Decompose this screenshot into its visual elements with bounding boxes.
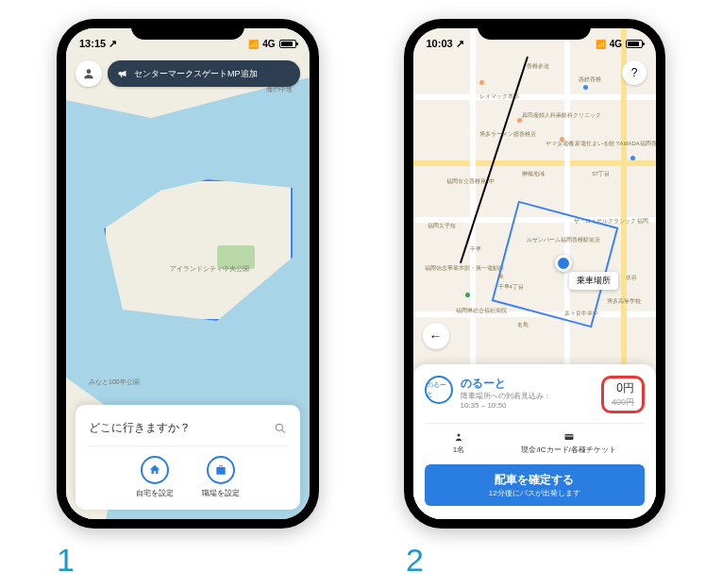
help-button[interactable]: ? bbox=[622, 60, 646, 85]
person-icon bbox=[82, 67, 95, 80]
price-current: 0円 bbox=[612, 380, 634, 396]
signal-icon bbox=[248, 39, 259, 49]
screen-2: 10:03 ↗ 4G bbox=[413, 28, 657, 519]
set-home-shortcut[interactable]: 自宅を設定 bbox=[136, 456, 174, 498]
location-arrow-icon: ↗ bbox=[456, 38, 464, 49]
briefcase-icon bbox=[214, 463, 227, 477]
status-time: 13:15 bbox=[79, 38, 106, 49]
home-shortcut-label: 自宅を設定 bbox=[136, 488, 174, 498]
announcement-pill[interactable]: センターマークスゲートMP追加 bbox=[108, 60, 300, 87]
person-icon bbox=[453, 431, 464, 443]
payment-method-label: 現金/ICカード/各種チケット bbox=[521, 445, 615, 455]
poi-label: 香椎参道 bbox=[527, 62, 549, 71]
back-button[interactable]: ← bbox=[423, 323, 449, 349]
location-arrow-icon: ↗ bbox=[109, 38, 117, 49]
poi-label: 57丁目 bbox=[593, 170, 611, 178]
map-label-minato: みなと100年公園 bbox=[89, 378, 140, 387]
phone-mockup-2: 10:03 ↗ 4G bbox=[404, 19, 666, 529]
profile-button[interactable] bbox=[76, 60, 102, 87]
poi-label: 博多高等学校 bbox=[607, 297, 641, 306]
eta-time: 10:35 – 10:50 bbox=[461, 401, 507, 410]
confirm-button-subtitle: 12分後にバスが出発します bbox=[425, 488, 646, 498]
passenger-count-option[interactable]: 1名 bbox=[453, 431, 464, 455]
svg-rect-4 bbox=[564, 436, 573, 437]
phone-mockup-1: 13:15 ↗ 4G 海の中道 アイランドシティ中央公園 みなと100年公園 bbox=[57, 19, 319, 529]
price-original: 400円 bbox=[612, 396, 634, 409]
network-label: 4G bbox=[262, 39, 275, 49]
card-icon bbox=[563, 431, 575, 443]
passenger-count-label: 1名 bbox=[453, 445, 464, 455]
payment-method-option[interactable]: 現金/ICカード/各種チケット bbox=[521, 431, 615, 455]
search-placeholder: どこに行きますか？ bbox=[89, 420, 191, 436]
service-zone-outline bbox=[104, 179, 293, 321]
destination-search[interactable]: どこに行きますか？ bbox=[87, 414, 289, 446]
poi-label: 福岡県総合福祉病院 bbox=[456, 307, 507, 315]
poi-label: 千早 bbox=[470, 245, 481, 254]
poi-label: 博多ラーメン膳香椎店 bbox=[479, 130, 536, 139]
poi-label: 水谷 bbox=[626, 274, 637, 282]
home-icon bbox=[148, 463, 161, 477]
poi-label: 福岡信念事業本部・第一電動隊 bbox=[425, 264, 504, 273]
announcement-text: センターマークスゲートMP追加 bbox=[134, 68, 258, 80]
notch bbox=[131, 19, 244, 40]
ride-service-logo: のるーと bbox=[425, 376, 453, 404]
poi-label: 真田産婦人科麻酔科クリニック bbox=[522, 111, 601, 120]
confirm-button-title: 配車を確定する bbox=[425, 472, 646, 488]
ride-card: のるーと のるーと 降車場所への到着見込み： 10:35 – 10:50 0円 … bbox=[413, 364, 657, 519]
pickup-pin[interactable] bbox=[555, 255, 572, 272]
search-icon bbox=[274, 422, 287, 435]
status-time: 10:03 bbox=[427, 38, 453, 49]
svg-rect-3 bbox=[564, 434, 573, 440]
battery-icon bbox=[626, 40, 643, 48]
megaphone-icon bbox=[117, 68, 128, 79]
svg-point-2 bbox=[457, 434, 460, 437]
ride-service-name: のるーと bbox=[461, 376, 594, 392]
screen-1: 13:15 ↗ 4G 海の中道 アイランドシティ中央公園 みなと100年公園 bbox=[66, 28, 310, 519]
poi-label: 名島 bbox=[517, 321, 529, 329]
set-work-shortcut[interactable]: 職場を設定 bbox=[202, 456, 240, 498]
notch bbox=[478, 19, 591, 40]
svg-point-1 bbox=[276, 424, 282, 430]
network-label: 4G bbox=[610, 39, 622, 49]
signal-icon bbox=[596, 39, 606, 49]
poi-label: 福岡女子短 bbox=[428, 222, 456, 230]
poi-label: 榊橋地域 bbox=[522, 170, 545, 178]
eta-label: 降車場所への到着見込み： bbox=[461, 392, 551, 400]
work-shortcut-label: 職場を設定 bbox=[202, 488, 240, 498]
map-label-island-park: アイランドシティ中央公園 bbox=[170, 264, 249, 274]
poi-label: 西鉄香椎 bbox=[579, 76, 601, 84]
step-number-1: 1 bbox=[57, 542, 75, 579]
step-number-2: 2 bbox=[406, 542, 424, 579]
poi-label: ヤマダ電機 家電住まいる館 YAMADA福岡香椎本店 bbox=[546, 140, 657, 148]
price-highlight-box: 0円 400円 bbox=[601, 376, 645, 413]
battery-icon bbox=[279, 40, 296, 48]
confirm-dispatch-button[interactable]: 配車を確定する 12分後にバスが出発します bbox=[425, 464, 646, 506]
svg-point-0 bbox=[87, 69, 92, 74]
search-card: どこに行きますか？ 自宅を設定 職場を設定 bbox=[76, 405, 300, 510]
pickup-label-bubble: 乗車場所 bbox=[569, 272, 618, 290]
